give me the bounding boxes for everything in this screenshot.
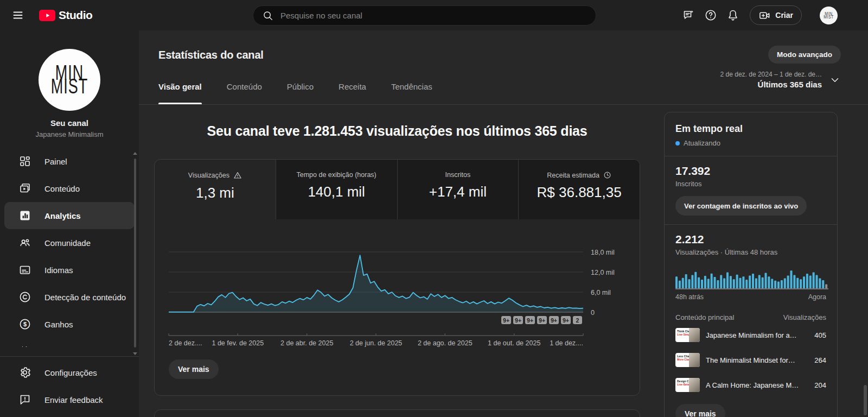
top-content-row[interactable]: Design CalmLive BetterA Calm Home: Japan…: [675, 374, 826, 396]
scroll-down-arrow-icon[interactable]: [133, 352, 137, 355]
hour-bar[interactable]: [711, 274, 713, 288]
hour-bar[interactable]: [793, 275, 795, 288]
sidebar-item-deteccao-de-conteudo[interactable]: Detecção de conteúdo: [4, 283, 135, 311]
sidebar-item-enviar-feedback[interactable]: Enviar feedback: [4, 386, 135, 413]
hour-bar[interactable]: [781, 280, 783, 288]
hour-bar[interactable]: [771, 279, 773, 288]
sidebar-item-ganhos[interactable]: $Ganhos: [4, 311, 135, 338]
sidebar-item-configuracoes[interactable]: Configurações: [4, 359, 135, 386]
tab-3-receita[interactable]: Receita: [339, 82, 366, 104]
hour-bar[interactable]: [809, 276, 812, 289]
hour-bar[interactable]: [682, 278, 684, 288]
hour-bar[interactable]: [825, 284, 827, 288]
hour-bar[interactable]: [796, 278, 799, 288]
tab-1-conte-do[interactable]: Conteúdo: [227, 82, 262, 104]
search-input[interactable]: [280, 11, 587, 20]
hour-bar[interactable]: [688, 279, 691, 288]
views-line-chart[interactable]: 18,0 mil12,0 mil6,0 mil02 de dez....1 de…: [155, 219, 640, 350]
hour-bar[interactable]: [694, 272, 697, 288]
sidebar-item-analytics[interactable]: Analytics: [4, 202, 135, 229]
hour-bar[interactable]: [723, 279, 725, 289]
search-bar[interactable]: [253, 5, 596, 26]
window-scrollbar-thumb[interactable]: [864, 385, 867, 415]
hour-bar[interactable]: [752, 274, 754, 288]
hour-bar[interactable]: [733, 279, 735, 288]
hour-bar[interactable]: [685, 274, 687, 288]
hour-bar[interactable]: [806, 274, 808, 288]
hour-bar[interactable]: [726, 273, 729, 288]
top-content-row[interactable]: Think ClearLive SimpleJapanese Minimalis…: [675, 324, 826, 346]
hour-bar[interactable]: [707, 279, 710, 288]
hour-bar[interactable]: [762, 277, 764, 288]
live-sub-count-button[interactable]: Ver contagem de inscritos ao vivo: [675, 196, 807, 216]
metric-tab-0[interactable]: Visualizações1,3 mi: [155, 160, 276, 219]
hour-bar[interactable]: [730, 276, 732, 288]
hour-bar[interactable]: [768, 276, 770, 288]
tab-4-tend-ncias[interactable]: Tendências: [391, 82, 432, 104]
hour-bar[interactable]: [691, 275, 693, 288]
tab-2-p-blico[interactable]: Público: [287, 82, 314, 104]
annotation-badge[interactable]: 9+: [561, 316, 571, 324]
hour-bar[interactable]: [714, 277, 716, 288]
sidebar-item-conteudo[interactable]: Conteúdo: [4, 175, 135, 202]
send-feedback-button[interactable]: [682, 9, 695, 22]
scroll-up-arrow-icon[interactable]: [133, 152, 137, 155]
hour-bar[interactable]: [739, 278, 742, 288]
hour-bar[interactable]: [758, 275, 761, 288]
metric-tab-1[interactable]: Tempo de exibição (horas)140,1 mil: [276, 160, 397, 219]
realtime-see-more-button[interactable]: Ver mais: [675, 404, 725, 417]
sidebar-scrollbar[interactable]: [132, 152, 138, 355]
hour-bar[interactable]: [679, 281, 681, 288]
top-content-row[interactable]: Less ChaosMore ClarityThe Minimalist Min…: [675, 349, 826, 371]
sidebar-item-personalizacao[interactable]: Personalização: [4, 338, 135, 347]
hour-bar[interactable]: [777, 281, 780, 288]
annotation-badge[interactable]: 9+: [513, 316, 523, 324]
hour-bar[interactable]: [720, 275, 722, 288]
sidebar-item-painel[interactable]: Painel: [4, 148, 135, 175]
hour-bar[interactable]: [803, 276, 805, 288]
hour-bar[interactable]: [698, 277, 700, 288]
realtime-views-count: 2.212: [675, 233, 826, 246]
date-range-picker[interactable]: 2 de dez. de 2024 – 1 de dez. de… Último…: [720, 71, 841, 89]
annotation-badge[interactable]: 9+: [525, 316, 535, 324]
hour-bar[interactable]: [704, 276, 706, 288]
hour-bar[interactable]: [701, 280, 703, 288]
hour-bar[interactable]: [784, 279, 786, 289]
see-more-button[interactable]: Ver mais: [169, 359, 219, 379]
advanced-mode-button[interactable]: Modo avançado: [768, 46, 841, 64]
hour-bar[interactable]: [749, 276, 751, 289]
hour-bar[interactable]: [813, 273, 815, 288]
hamburger-menu-button[interactable]: [11, 9, 24, 22]
annotation-badge[interactable]: 2: [573, 316, 582, 324]
scrollbar-thumb[interactable]: [134, 159, 136, 348]
help-button[interactable]: [704, 9, 717, 22]
sidebar-item-comunidade[interactable]: Comunidade: [4, 229, 135, 256]
hour-bar[interactable]: [736, 275, 738, 288]
annotation-badge[interactable]: 9+: [549, 316, 559, 324]
tab-0-vis-o-geral[interactable]: Visão geral: [158, 82, 202, 104]
notifications-button[interactable]: [726, 9, 739, 22]
hour-bar[interactable]: [755, 279, 757, 289]
hour-bar[interactable]: [675, 276, 678, 288]
hour-bar[interactable]: [717, 280, 719, 288]
create-button[interactable]: Criar: [750, 5, 802, 25]
annotation-badge[interactable]: 9+: [537, 316, 547, 324]
account-avatar[interactable]: MIN MIST: [820, 7, 838, 24]
hour-bar[interactable]: [787, 276, 789, 289]
hour-bar[interactable]: [790, 270, 793, 288]
hour-bar[interactable]: [819, 279, 821, 289]
youtube-studio-logo[interactable]: Studio: [39, 9, 92, 22]
hour-bar[interactable]: [816, 275, 818, 288]
hour-bar[interactable]: [800, 279, 802, 288]
hour-bar[interactable]: [765, 273, 767, 288]
sidebar-item-idiomas[interactable]: Idiomas: [4, 256, 135, 283]
metric-tab-2[interactable]: Inscritos+17,4 mil: [397, 160, 519, 219]
channel-avatar[interactable]: MIN MIST: [39, 49, 100, 111]
hour-bar[interactable]: [742, 276, 744, 288]
hour-bar[interactable]: [822, 280, 824, 288]
hour-bar[interactable]: [774, 281, 776, 288]
annotation-badge[interactable]: 9+: [501, 316, 511, 324]
realtime-bar-chart[interactable]: [675, 263, 828, 290]
hour-bar[interactable]: [745, 280, 748, 288]
metric-tab-3[interactable]: Receita estimadaR$ 36.881,35: [518, 160, 640, 219]
